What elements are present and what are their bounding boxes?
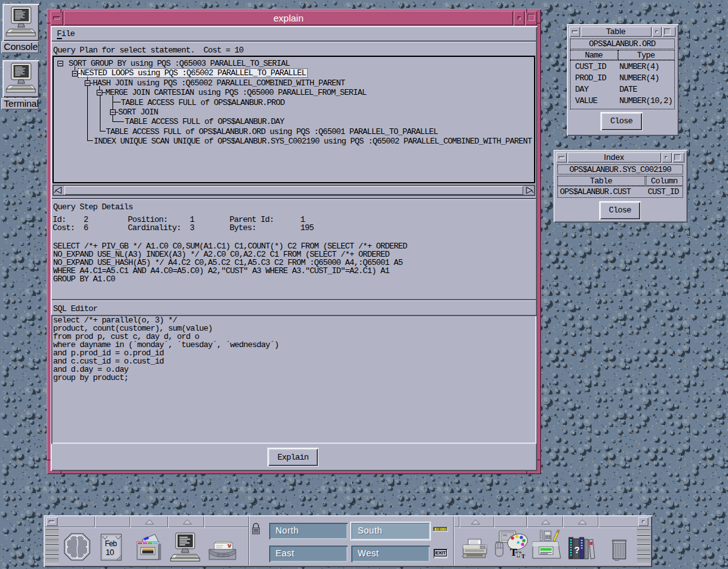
svg-text:T: T (516, 549, 521, 559)
svg-text:T: T (521, 553, 525, 560)
svg-text:Feb: Feb (105, 539, 117, 548)
svg-text:10: 10 (106, 548, 114, 557)
svg-text:?: ? (574, 544, 580, 555)
